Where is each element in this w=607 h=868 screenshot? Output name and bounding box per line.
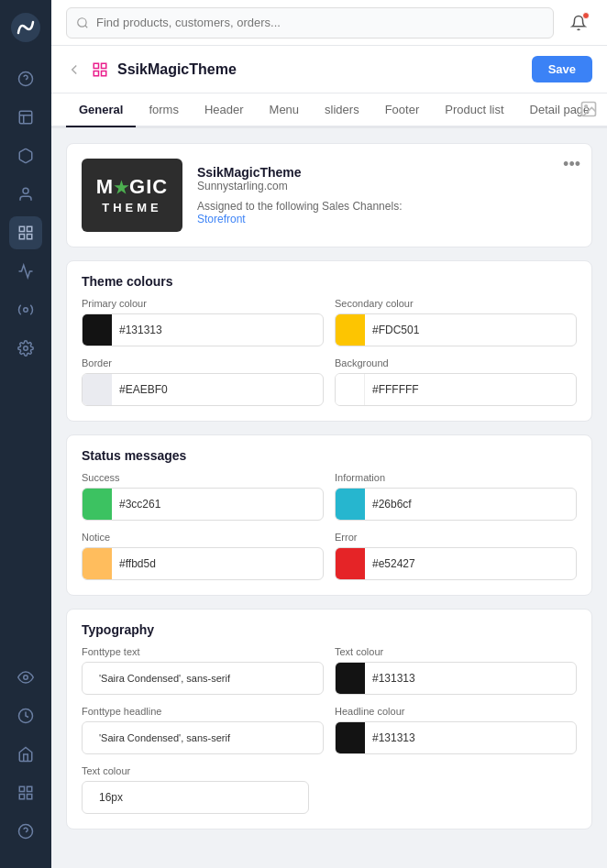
search-input[interactable] [96,16,544,29]
notification-bell[interactable] [565,9,592,37]
headline-colour-value[interactable] [365,731,576,744]
tab-product-list[interactable]: Product list [432,93,516,127]
typography-grid: Fonttype text Text colour [82,646,577,754]
information-value[interactable] [365,498,576,511]
theme-assigned-label: Assigned to the following Sales Channels… [197,200,577,213]
secondary-colour-value[interactable] [365,324,576,336]
background-colour-swatch[interactable] [336,373,365,406]
theme-colours-card: Theme colours Primary colour Secondary c… [66,260,592,422]
primary-colour-value[interactable] [112,324,323,336]
primary-colour-swatch[interactable] [83,313,112,346]
success-swatch[interactable] [83,488,112,521]
fonttype-text-input[interactable] [82,662,324,695]
text-colour-label: Text colour [335,646,577,657]
topbar-icons [565,9,592,37]
information-input[interactable] [335,488,577,521]
error-label: Error [335,532,577,543]
secondary-colour-input[interactable] [335,313,577,346]
sidebar-item-clock[interactable] [9,699,42,732]
background-colour-field: Background [335,357,577,406]
sidebar-item-marketing[interactable] [9,255,42,288]
svg-rect-3 [19,111,32,124]
save-button[interactable]: Save [532,56,592,82]
tab-footer[interactable]: Footer [372,93,433,127]
tab-sliders[interactable]: sliders [312,93,372,127]
svg-rect-14 [28,786,32,791]
error-input[interactable] [335,547,577,580]
back-button[interactable] [66,61,83,78]
sidebar-item-products[interactable] [9,139,42,172]
fonttype-headline-field: Fonttype headline [82,706,324,754]
border-colour-swatch[interactable] [83,373,112,406]
text-size-label: Text colour [82,765,577,776]
border-colour-input[interactable] [82,373,324,406]
background-colour-value[interactable] [365,383,576,396]
tab-header[interactable]: Header [192,93,257,127]
tab-forms[interactable]: forms [136,93,192,127]
border-colour-field: Border [82,357,324,406]
secondary-colour-label: Secondary colour [335,298,577,309]
tab-menu[interactable]: Menu [257,93,313,127]
error-value[interactable] [365,557,576,570]
error-field: Error [335,532,577,580]
theme-more-button[interactable]: ••• [563,155,580,174]
page-title: SsikMagicTheme [117,61,523,78]
notice-swatch[interactable] [83,547,112,580]
svg-rect-7 [28,235,32,239]
status-messages-grid: Success Information [82,472,577,580]
success-input[interactable] [82,488,324,521]
text-colour-value[interactable] [365,672,576,685]
svg-point-10 [24,346,28,351]
theme-channel-link[interactable]: Storefront [197,213,577,225]
sidebar-item-eye[interactable] [9,661,42,694]
search-box[interactable] [66,7,554,38]
success-value[interactable] [112,498,323,511]
border-colour-value[interactable] [112,383,323,396]
sidebar-item-integrations[interactable] [9,293,42,326]
sidebar-item-grid[interactable] [9,776,42,809]
information-label: Information [335,472,577,483]
sidebar-nav [9,62,42,661]
background-colour-label: Background [335,357,577,368]
headline-colour-input[interactable] [335,721,577,754]
sidebar-item-customers[interactable] [9,178,42,211]
background-colour-input[interactable] [335,373,577,406]
text-size-value[interactable] [92,791,299,804]
text-colour-field: Text colour [335,646,577,695]
sidebar-item-shop[interactable] [9,738,42,771]
tabs: General forms Header Menu sliders Footer… [51,93,607,127]
text-size-input[interactable] [82,781,309,814]
secondary-colour-swatch[interactable] [336,313,365,346]
svg-rect-5 [19,226,24,231]
svg-rect-22 [102,63,106,68]
headline-colour-swatch[interactable] [336,721,365,754]
notice-value[interactable] [112,557,323,570]
theme-info: M★GIC THEME SsikMagicTheme Sunnystarling… [67,144,591,247]
svg-rect-6 [28,226,32,231]
fonttype-text-value[interactable] [92,673,314,684]
text-colour-input[interactable] [335,662,577,695]
error-swatch[interactable] [336,547,365,580]
theme-info-card: M★GIC THEME SsikMagicTheme Sunnystarling… [66,143,592,247]
sidebar-logo[interactable] [9,11,42,44]
notice-input[interactable] [82,547,324,580]
fonttype-headline-value[interactable] [92,732,314,743]
theme-logo: M★GIC THEME [82,159,182,232]
theme-colours-body: Primary colour Secondary colour [67,298,591,421]
svg-rect-21 [94,63,98,68]
fonttype-headline-input[interactable] [82,721,324,754]
primary-colour-input[interactable] [82,313,324,346]
sidebar-item-orders[interactable] [9,101,42,134]
text-colour-swatch[interactable] [336,662,365,695]
svg-point-9 [24,308,28,313]
information-swatch[interactable] [336,488,365,521]
image-panel-icon[interactable] [579,100,598,122]
sidebar-item-help-bottom[interactable] [9,815,42,848]
headline-colour-field: Headline colour [335,706,577,754]
tab-general[interactable]: General [66,93,136,127]
svg-rect-13 [19,786,24,791]
fonttype-text-field: Fonttype text [82,646,324,695]
sidebar-item-themes[interactable] [9,216,42,249]
sidebar-item-help[interactable] [9,62,42,95]
sidebar-item-settings[interactable] [9,332,42,365]
